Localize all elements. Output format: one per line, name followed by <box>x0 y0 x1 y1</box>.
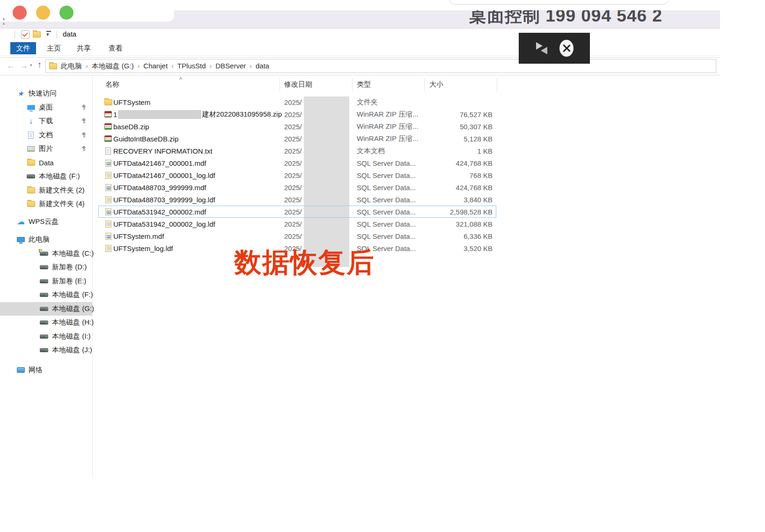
table-row[interactable]: baseDB.zip2025/WinRAR ZIP 压缩...50,307 KB <box>98 120 496 133</box>
close-session-icon[interactable] <box>559 40 574 57</box>
sidebar-item[interactable]: WPS云盘 <box>0 215 92 229</box>
sidebar-item[interactable]: 此电脑 <box>0 233 92 247</box>
tab-view[interactable]: 查看 <box>105 42 126 54</box>
file-list: UFTSystem2025/文件夹1建材20220831095958.zip20… <box>98 96 496 254</box>
column-header-name[interactable]: 名称 <box>105 80 119 89</box>
folder-icon <box>26 201 36 207</box>
sidebar-item-label: 本地磁盘 (F:) <box>52 290 93 299</box>
sidebar-item[interactable]: 下载 <box>0 114 92 128</box>
column-header-date-modified[interactable]: 修改日期 <box>284 80 312 89</box>
sidebar-item-label: 网络 <box>29 366 43 375</box>
folder-icon <box>26 187 36 193</box>
drag-handle-dot <box>3 18 5 20</box>
drive-glyph <box>40 293 48 297</box>
table-row[interactable]: UFTData421467_000001_log.ldf2025/SQL Ser… <box>98 169 496 181</box>
breadcrumb-segment[interactable]: TPlusStd <box>176 62 208 70</box>
minimize-window-button[interactable] <box>36 6 50 20</box>
table-row[interactable]: RECOVERY INFORMATION.txt2025/文本文档1 KB <box>98 145 496 157</box>
breadcrumb-segment[interactable]: DBServer <box>213 62 248 70</box>
breadcrumb-separator-icon: › <box>136 62 142 70</box>
breadcrumb-segment[interactable]: 本地磁盘 (G:) <box>90 62 136 70</box>
customize-quick-access-dropdown-icon[interactable]: ▾ <box>46 32 49 37</box>
table-row[interactable]: UFTData488703_999999_log.ldf2025/SQL Ser… <box>98 193 496 206</box>
pin-icon <box>81 146 87 152</box>
column-divider[interactable] <box>424 78 425 91</box>
sidebar-item-label: 新建文件夹 (4) <box>39 200 85 208</box>
new-folder-icon[interactable] <box>33 31 41 37</box>
pin-icon <box>81 104 87 111</box>
breadcrumb-separator-icon: › <box>169 62 176 70</box>
breadcrumb-segment[interactable]: 此电脑 <box>59 62 84 70</box>
column-divider[interactable] <box>352 78 353 91</box>
swap-screen-icon[interactable] <box>535 42 547 54</box>
tab-home[interactable]: 主页 <box>43 42 65 54</box>
table-row[interactable]: UFTSystem.mdf2025/SQL Server Data...6,33… <box>98 230 496 242</box>
forward-button[interactable]: → <box>20 61 28 70</box>
sidebar-item[interactable]: 本地磁盘 (I:) <box>0 330 92 344</box>
file-name: GuidtoIntBaseDB.zip <box>113 135 282 143</box>
folder-glyph <box>27 160 35 166</box>
mdf-file-icon <box>103 160 113 167</box>
sidebar-item[interactable]: 新加卷 (E:) <box>0 274 92 288</box>
sidebar-item[interactable]: 本地磁盘 (G:) <box>0 302 92 316</box>
folder-glyph <box>27 187 35 193</box>
sidebar-item-label: 本地磁盘 (G:) <box>52 304 94 313</box>
table-row[interactable]: GuidtoIntBaseDB.zip2025/WinRAR ZIP 压缩...… <box>98 133 496 145</box>
sidebar-item[interactable]: 本地磁盘 (F:) <box>0 288 92 302</box>
breadcrumb-segment[interactable]: Chanjet <box>141 62 169 70</box>
sidebar-item[interactable]: 新建文件夹 (4) <box>0 197 92 211</box>
file-name: UFTData421467_000001.mdf <box>113 159 282 167</box>
drive-icon <box>39 265 49 269</box>
column-header-type[interactable]: 类型 <box>357 80 371 89</box>
sidebar-item[interactable]: 网络 <box>0 363 92 377</box>
breadcrumb-segment[interactable]: data <box>254 62 271 70</box>
tab-file[interactable]: 文件 <box>10 42 36 54</box>
table-row[interactable]: UFTData488703_999999.mdf2025/SQL Server … <box>98 181 496 193</box>
up-button[interactable]: ↑ <box>37 60 42 69</box>
sidebar-item[interactable]: 本地磁盘 (F:) <box>0 170 92 184</box>
back-button[interactable]: ← <box>7 61 15 70</box>
file-type: SQL Server Data... <box>352 196 422 204</box>
file-size: 5,128 KB <box>422 135 493 143</box>
drive-icon <box>26 174 36 178</box>
recent-locations-dropdown-icon[interactable]: ▾ <box>30 63 32 67</box>
column-header-size[interactable]: 大小 <box>429 80 443 89</box>
zoom-window-button[interactable] <box>59 6 74 20</box>
sidebar-item[interactable]: 图片 <box>0 142 92 156</box>
table-row[interactable]: 1建材20220831095958.zip2025/WinRAR ZIP 压缩.… <box>98 108 496 120</box>
redaction-blur <box>304 96 349 267</box>
file-name: UFTData421467_000001_log.ldf <box>113 171 282 179</box>
address-bar[interactable]: 此电脑›本地磁盘 (G:)›Chanjet›TPlusStd›DBServer›… <box>45 59 716 73</box>
close-window-button[interactable] <box>13 6 27 20</box>
drive-glyph <box>40 265 48 269</box>
file-size: 3,520 KB <box>422 244 493 252</box>
winrar-glyph <box>104 135 112 142</box>
table-row[interactable]: UFTData421467_000001.mdf2025/SQL Server … <box>98 157 496 169</box>
sidebar-item-label: 新加卷 (D:) <box>52 263 87 272</box>
sidebar-item[interactable]: 桌面 <box>0 101 92 115</box>
sidebar-item[interactable]: Data <box>0 156 92 170</box>
file-type: SQL Server Data... <box>352 159 422 167</box>
ldf-file-icon <box>103 196 113 203</box>
table-row[interactable]: UFTData531942_000002_log.ldf2025/SQL Ser… <box>98 218 496 230</box>
tab-share[interactable]: 共享 <box>73 42 95 54</box>
pin-icon <box>81 132 87 138</box>
sidebar-item[interactable]: 文档 <box>0 128 92 142</box>
column-divider[interactable] <box>280 78 280 91</box>
sidebar-item[interactable]: 本地磁盘 (H:) <box>0 316 92 330</box>
table-row[interactable]: UFTSystem2025/文件夹 <box>98 96 496 108</box>
sidebar-item[interactable]: 新建文件夹 (2) <box>0 184 92 198</box>
table-row[interactable]: UFTData531942_000002.mdf2025/SQL Server … <box>98 206 496 218</box>
sort-ascending-icon[interactable]: ^ <box>179 76 182 83</box>
properties-check-icon[interactable] <box>21 30 29 39</box>
sidebar-item[interactable]: 快速访问 <box>0 87 92 101</box>
column-divider[interactable] <box>497 78 497 91</box>
sidebar-item[interactable]: 本地磁盘 (C:) <box>0 247 92 261</box>
sidebar-item-label: 本地磁盘 (J:) <box>52 346 92 355</box>
file-name: UFTSystem <box>113 98 282 106</box>
sidebar-item[interactable]: 新加卷 (D:) <box>0 260 92 274</box>
sidebar-item[interactable]: 本地磁盘 (J:) <box>0 343 92 357</box>
breadcrumb-separator-icon: › <box>84 62 90 70</box>
remote-session-title: 桌面控制 199 094 546 2 <box>469 10 662 28</box>
winrar-file-icon <box>103 111 113 118</box>
